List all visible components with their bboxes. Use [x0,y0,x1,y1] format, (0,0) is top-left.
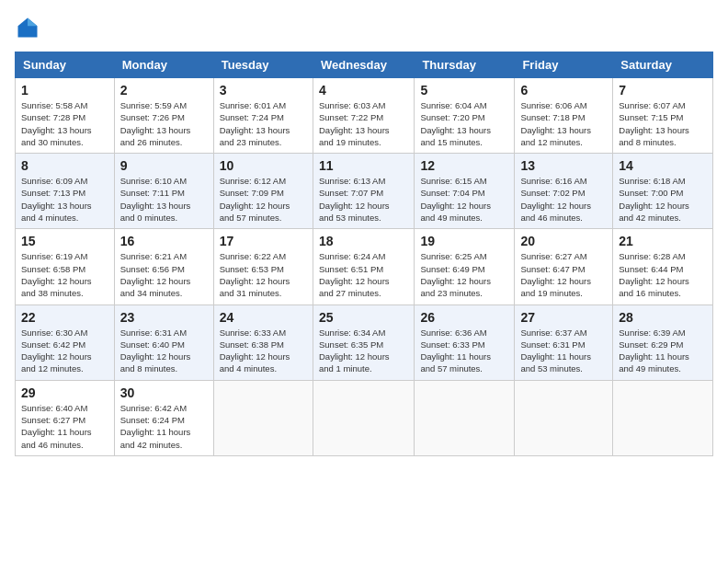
day-info: Sunrise: 6:10 AM Sunset: 7:11 PM Dayligh… [120,175,208,224]
day-number: 21 [619,234,707,248]
calendar-cell [415,380,515,455]
calendar-cell: 6Sunrise: 6:06 AM Sunset: 7:18 PM Daylig… [515,78,613,154]
day-number: 25 [319,310,408,325]
calendar-cell: 18Sunrise: 6:24 AM Sunset: 6:51 PM Dayli… [313,229,414,304]
day-info: Sunrise: 6:39 AM Sunset: 6:29 PM Dayligh… [619,327,707,375]
day-info: Sunrise: 6:37 AM Sunset: 6:31 PM Dayligh… [520,327,607,375]
day-number: 14 [619,158,707,173]
calendar-cell: 1Sunrise: 5:58 AM Sunset: 7:28 PM Daylig… [16,78,115,154]
header-sunday: Sunday [16,52,115,78]
day-number: 18 [319,234,408,248]
day-number: 6 [520,83,607,98]
day-info: Sunrise: 6:31 AM Sunset: 6:40 PM Dayligh… [120,327,208,375]
day-info: Sunrise: 6:25 AM Sunset: 6:49 PM Dayligh… [420,250,508,299]
calendar-cell: 9Sunrise: 6:10 AM Sunset: 7:11 PM Daylig… [114,154,213,229]
calendar-cell: 27Sunrise: 6:37 AM Sunset: 6:31 PM Dayli… [515,304,613,380]
calendar-cell: 20Sunrise: 6:27 AM Sunset: 6:47 PM Dayli… [515,229,613,304]
day-number: 8 [21,158,108,173]
day-number: 17 [220,234,307,248]
header-tuesday: Tuesday [213,52,313,78]
header-wednesday: Wednesday [313,52,414,78]
calendar-cell: 3Sunrise: 6:01 AM Sunset: 7:24 PM Daylig… [213,78,313,154]
day-info: Sunrise: 6:18 AM Sunset: 7:00 PM Dayligh… [619,175,707,224]
calendar-cell: 14Sunrise: 6:18 AM Sunset: 7:00 PM Dayli… [613,154,713,229]
day-number: 19 [420,234,508,248]
day-number: 2 [120,83,208,98]
day-number: 1 [21,83,108,98]
day-info: Sunrise: 6:12 AM Sunset: 7:09 PM Dayligh… [220,175,307,224]
day-number: 15 [21,234,108,248]
day-info: Sunrise: 6:22 AM Sunset: 6:53 PM Dayligh… [220,250,307,299]
logo-icon [15,15,40,40]
day-info: Sunrise: 6:34 AM Sunset: 6:35 PM Dayligh… [319,327,408,375]
calendar-cell [213,380,313,455]
day-info: Sunrise: 6:06 AM Sunset: 7:18 PM Dayligh… [520,99,607,148]
day-info: Sunrise: 6:01 AM Sunset: 7:24 PM Dayligh… [220,99,307,148]
calendar-cell: 21Sunrise: 6:28 AM Sunset: 6:44 PM Dayli… [613,229,713,304]
header-monday: Monday [114,52,213,78]
calendar-cell: 22Sunrise: 6:30 AM Sunset: 6:42 PM Dayli… [16,304,115,380]
calendar-header-row: SundayMondayTuesdayWednesdayThursdayFrid… [16,52,713,78]
day-info: Sunrise: 6:21 AM Sunset: 6:56 PM Dayligh… [120,250,208,299]
calendar-table: SundayMondayTuesdayWednesdayThursdayFrid… [15,52,713,456]
calendar-cell: 13Sunrise: 6:16 AM Sunset: 7:02 PM Dayli… [515,154,613,229]
day-number: 7 [619,83,707,98]
day-info: Sunrise: 6:33 AM Sunset: 6:38 PM Dayligh… [220,327,307,375]
day-number: 28 [619,310,707,325]
day-number: 3 [220,83,307,98]
day-info: Sunrise: 6:13 AM Sunset: 7:07 PM Dayligh… [319,175,408,224]
day-info: Sunrise: 6:24 AM Sunset: 6:51 PM Dayligh… [319,250,408,299]
calendar-cell: 25Sunrise: 6:34 AM Sunset: 6:35 PM Dayli… [313,304,414,380]
day-number: 4 [319,83,408,98]
day-number: 27 [520,310,607,325]
calendar-cell [313,380,414,455]
header-saturday: Saturday [613,52,713,78]
day-number: 22 [21,310,108,325]
day-info: Sunrise: 6:36 AM Sunset: 6:33 PM Dayligh… [420,327,508,375]
calendar-cell: 5Sunrise: 6:04 AM Sunset: 7:20 PM Daylig… [415,78,515,154]
day-number: 23 [120,310,208,325]
calendar-cell: 11Sunrise: 6:13 AM Sunset: 7:07 PM Dayli… [313,154,414,229]
day-number: 13 [520,158,607,173]
calendar-cell: 24Sunrise: 6:33 AM Sunset: 6:38 PM Dayli… [213,304,313,380]
calendar-week-1: 1Sunrise: 5:58 AM Sunset: 7:28 PM Daylig… [16,78,713,154]
day-number: 10 [220,158,307,173]
calendar-week-4: 22Sunrise: 6:30 AM Sunset: 6:42 PM Dayli… [16,304,713,380]
header-friday: Friday [515,52,613,78]
calendar-cell: 15Sunrise: 6:19 AM Sunset: 6:58 PM Dayli… [16,229,115,304]
day-info: Sunrise: 6:19 AM Sunset: 6:58 PM Dayligh… [21,250,108,299]
day-number: 5 [420,83,508,98]
day-number: 16 [120,234,208,248]
calendar-cell: 17Sunrise: 6:22 AM Sunset: 6:53 PM Dayli… [213,229,313,304]
calendar-cell: 26Sunrise: 6:36 AM Sunset: 6:33 PM Dayli… [415,304,515,380]
day-number: 9 [120,158,208,173]
day-number: 24 [220,310,307,325]
day-info: Sunrise: 6:07 AM Sunset: 7:15 PM Dayligh… [619,99,707,148]
day-number: 11 [319,158,408,173]
day-number: 29 [21,385,108,400]
day-info: Sunrise: 6:03 AM Sunset: 7:22 PM Dayligh… [319,99,408,148]
day-info: Sunrise: 5:58 AM Sunset: 7:28 PM Dayligh… [21,99,108,148]
calendar-cell: 28Sunrise: 6:39 AM Sunset: 6:29 PM Dayli… [613,304,713,380]
calendar-cell: 10Sunrise: 6:12 AM Sunset: 7:09 PM Dayli… [213,154,313,229]
calendar-cell: 2Sunrise: 5:59 AM Sunset: 7:26 PM Daylig… [114,78,213,154]
day-info: Sunrise: 5:59 AM Sunset: 7:26 PM Dayligh… [120,99,208,148]
day-number: 20 [520,234,607,248]
calendar-cell: 7Sunrise: 6:07 AM Sunset: 7:15 PM Daylig… [613,78,713,154]
day-info: Sunrise: 6:42 AM Sunset: 6:24 PM Dayligh… [120,402,208,451]
calendar-cell: 29Sunrise: 6:40 AM Sunset: 6:27 PM Dayli… [16,380,115,455]
day-info: Sunrise: 6:30 AM Sunset: 6:42 PM Dayligh… [21,327,108,375]
day-info: Sunrise: 6:40 AM Sunset: 6:27 PM Dayligh… [21,402,108,451]
calendar-cell: 8Sunrise: 6:09 AM Sunset: 7:13 PM Daylig… [16,154,115,229]
calendar-cell: 16Sunrise: 6:21 AM Sunset: 6:56 PM Dayli… [114,229,213,304]
calendar-cell [515,380,613,455]
day-info: Sunrise: 6:28 AM Sunset: 6:44 PM Dayligh… [619,250,707,299]
day-info: Sunrise: 6:15 AM Sunset: 7:04 PM Dayligh… [420,175,508,224]
calendar-week-2: 8Sunrise: 6:09 AM Sunset: 7:13 PM Daylig… [16,154,713,229]
day-info: Sunrise: 6:16 AM Sunset: 7:02 PM Dayligh… [520,175,607,224]
svg-marker-1 [28,18,38,27]
calendar-cell: 4Sunrise: 6:03 AM Sunset: 7:22 PM Daylig… [313,78,414,154]
calendar-week-5: 29Sunrise: 6:40 AM Sunset: 6:27 PM Dayli… [16,380,713,455]
calendar-week-3: 15Sunrise: 6:19 AM Sunset: 6:58 PM Dayli… [16,229,713,304]
day-number: 26 [420,310,508,325]
